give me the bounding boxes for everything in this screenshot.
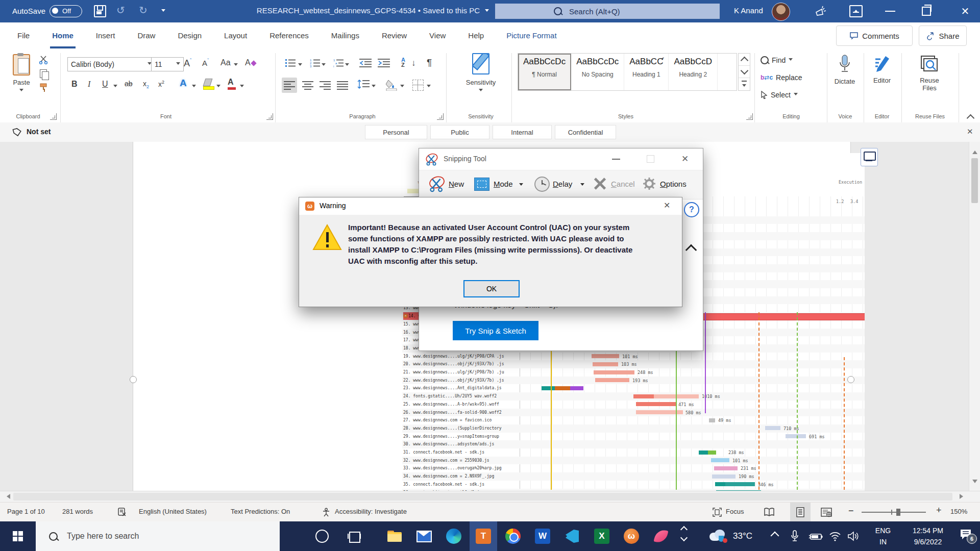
tab-file[interactable]: File — [6, 22, 41, 50]
tray-battery-icon[interactable] — [808, 533, 823, 543]
accessibility-status[interactable]: Accessibility: Investigate — [335, 508, 407, 515]
scroll-left-icon[interactable] — [4, 494, 10, 499]
select-button[interactable]: Select — [761, 91, 798, 99]
clock-tray[interactable]: 12:54 PM 9/6/2022 — [901, 525, 954, 547]
waterfall-row[interactable]: 28. www.designnews....(SupplierDirectory — [403, 424, 519, 432]
waterfall-row[interactable]: 32. www.designnews.com = 2559030.js — [403, 457, 519, 464]
user-name[interactable]: K Anand — [734, 6, 763, 15]
waterfall-row[interactable]: 24. fonts.gstatic....Uh/2UY5 wav.woff2 — [403, 392, 519, 400]
sensitivity-option-internal[interactable]: Internal — [493, 125, 552, 139]
help-button[interactable]: ? — [684, 202, 699, 217]
tab-home[interactable]: Home — [41, 22, 85, 50]
cortana-button[interactable] — [308, 521, 336, 551]
page-indicator[interactable]: Page 1 of 10 — [7, 508, 45, 515]
pilcrow-button[interactable]: ¶ — [427, 57, 432, 68]
change-case-button[interactable]: Aa — [220, 58, 231, 67]
snip-minimize-button[interactable] — [612, 159, 620, 160]
delay-dropdown-ic[interactable] — [580, 183, 584, 188]
style-heading-2[interactable]: AaBbCcDHeading 2 — [669, 54, 718, 90]
snip-new-label[interactable]: New — [449, 180, 464, 188]
numbering-icon[interactable]: 123 — [309, 58, 321, 67]
save-icon[interactable] — [94, 5, 106, 17]
justify-icon[interactable] — [337, 81, 348, 90]
sort-icon[interactable]: AZ — [401, 57, 405, 67]
selection-handle-left[interactable] — [130, 376, 137, 383]
find-button[interactable]: Find — [761, 56, 793, 64]
waterfall-row[interactable]: 34. www.designnews.com = 2.N9X9F_.jpg — [403, 472, 519, 480]
warning-title-bar[interactable]: ω Warning ✕ — [299, 197, 682, 215]
tab-draw[interactable]: Draw — [126, 22, 166, 50]
print-layout-icon-selected[interactable] — [790, 503, 811, 522]
tray-wifi-icon[interactable] — [829, 531, 841, 543]
italic-button[interactable]: I — [88, 80, 90, 89]
tab-review[interactable]: Review — [371, 22, 418, 50]
zoom-level[interactable]: 150% — [950, 508, 967, 515]
styles-launcher[interactable] — [746, 113, 753, 120]
try-snip-sketch-button[interactable]: Try Snip & Sketch — [453, 321, 538, 340]
start-button[interactable] — [4, 521, 32, 551]
xampp-button[interactable]: ω — [618, 521, 645, 551]
word-button[interactable]: W — [529, 521, 556, 551]
tab-picture-format[interactable]: Picture Format — [495, 22, 568, 50]
edge-button[interactable] — [440, 521, 468, 551]
format-painter-icon[interactable] — [39, 83, 49, 93]
multilevel-list-icon[interactable]: 1ai — [333, 58, 344, 67]
paste-button[interactable]: Paste — [8, 54, 35, 95]
autosave-toggle[interactable]: Off — [50, 5, 82, 17]
waterfall-row[interactable]: 27. www.designnews.com = favicon.ico — [403, 416, 519, 424]
tab-help[interactable]: Help — [457, 22, 495, 50]
snip-title-bar[interactable]: Snipping Tool ✕ — [419, 148, 703, 170]
tab-references[interactable]: References — [258, 22, 320, 50]
bullets-icon[interactable] — [285, 58, 296, 67]
text-predictions[interactable]: Text Predictions: On — [231, 508, 290, 515]
decrease-indent-icon[interactable] — [359, 58, 372, 67]
web-layout-icon[interactable] — [821, 508, 832, 517]
tab-design[interactable]: Design — [166, 22, 213, 50]
focus-button[interactable]: Focus — [726, 508, 744, 515]
reuse-files-button[interactable]: Reuse Files — [910, 54, 949, 92]
waterfall-row[interactable]: 23. www.designnews....Ant_digitaldata.js — [403, 384, 519, 392]
mode-dropdown-ic[interactable] — [519, 183, 523, 188]
redo-icon[interactable]: ↻ — [139, 4, 148, 16]
sensitivity-option-personal[interactable]: Personal — [365, 125, 427, 139]
language-tray[interactable]: ENG IN — [869, 525, 897, 547]
snip-close-button[interactable]: ✕ — [681, 154, 689, 164]
font-launcher[interactable] — [266, 113, 273, 120]
highlight-button[interactable] — [203, 79, 213, 89]
search-box[interactable]: Search (Alt+Q) — [495, 4, 720, 19]
object-anchor-icon[interactable] — [861, 148, 878, 166]
excel-button[interactable]: X — [588, 521, 616, 551]
style-no-spacing[interactable]: AaBbCcDcNo Spacing — [571, 54, 624, 90]
waterfall-row[interactable]: 29. www.designnews....y=snapItems=group — [403, 433, 519, 440]
language-indicator[interactable]: English (United States) — [139, 508, 207, 515]
coming-soon-megaphone-icon[interactable] — [815, 5, 826, 16]
align-right-icon[interactable] — [320, 81, 331, 90]
file-explorer-button[interactable] — [381, 521, 408, 551]
underline-chevron-icon[interactable] — [113, 85, 117, 89]
waterfall-row[interactable]: 33. www.designnews....overuga%20%arp.jpg — [403, 464, 519, 472]
ribbon-display-options-icon[interactable] — [849, 5, 863, 17]
taskbar-overflow-scroll[interactable] — [679, 525, 689, 547]
scroll-down-icon[interactable] — [972, 480, 977, 486]
tab-insert[interactable]: Insert — [85, 22, 127, 50]
tab-view[interactable]: View — [418, 22, 457, 50]
t2-app-button-active[interactable]: T — [470, 521, 497, 551]
vscode-button[interactable] — [558, 521, 586, 551]
shading-icon[interactable] — [386, 79, 397, 90]
waterfall-row[interactable]: 20. www.designnews....obj/jK/j93X/7b) .j… — [403, 360, 519, 368]
chrome-button[interactable] — [499, 521, 527, 551]
sensitivity-bar-close-icon[interactable]: ✕ — [967, 127, 973, 136]
snip-mode-label[interactable]: Mode — [494, 180, 513, 188]
quick-access-chevron-icon[interactable] — [161, 9, 165, 14]
styles-scroll-down-icon[interactable] — [739, 66, 750, 78]
xampp-warning-dialog[interactable]: ω Warning ✕ Important! Because an activa… — [299, 197, 682, 307]
font-size-combo[interactable]: 11 — [151, 57, 184, 71]
action-center-button[interactable]: 6 — [960, 529, 975, 544]
style--normal[interactable]: AaBbCcDc¶ Normal — [518, 54, 571, 90]
waterfall-row[interactable]: 19. www.designnews....ulg/jK/jP98/CPA .j… — [403, 353, 519, 360]
ok-button[interactable]: OK — [463, 280, 520, 297]
delay-clock-icon[interactable] — [534, 177, 550, 192]
horizontal-scroll-thumb[interactable] — [13, 493, 952, 500]
zoom-slider-thumb[interactable] — [896, 509, 900, 516]
snip-maximize-button[interactable] — [647, 155, 654, 163]
